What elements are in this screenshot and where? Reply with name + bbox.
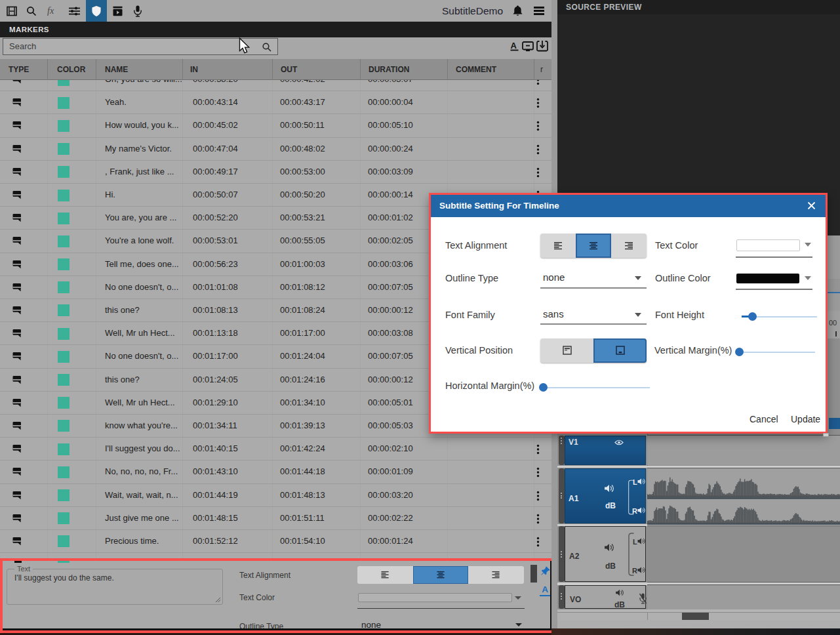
svg-text:A: A — [511, 41, 517, 51]
svg-text:fx: fx — [47, 5, 54, 16]
